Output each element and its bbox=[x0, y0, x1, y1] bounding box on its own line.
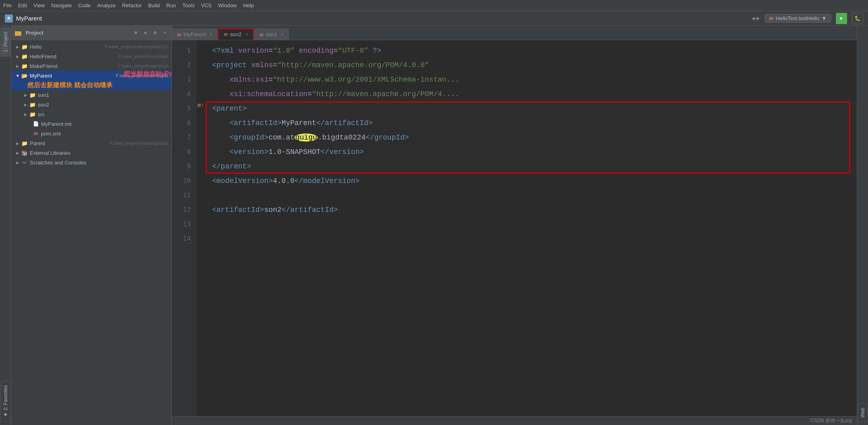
tab-son1[interactable]: m son1 × bbox=[254, 29, 289, 40]
folder-icon-src: 📁 bbox=[29, 111, 36, 118]
menu-navigate[interactable]: Navigate bbox=[51, 2, 71, 8]
menu-vcs[interactable]: VCS bbox=[201, 2, 212, 8]
folder-icon-hello: 📁 bbox=[21, 43, 28, 50]
project-panel: Project ⊕ ⇆ ⚙ — ▶ 📁 Hello F:\idea_projec… bbox=[11, 26, 172, 425]
tree-item-makefriend[interactable]: ▶ 📁 MakeFriend F:\idea_project\main\bigd… bbox=[11, 61, 172, 71]
menu-refactor[interactable]: Refactor bbox=[122, 2, 142, 8]
gutter: m↑ bbox=[196, 40, 206, 416]
annotation-myparent-2: 然后去新建模块 就会自动继承 bbox=[27, 80, 112, 90]
code-line-12: <artifactId>son2</artifactId> bbox=[206, 203, 857, 217]
code-line-8: <version>1.0-SNAPSHOT</version> bbox=[206, 145, 857, 159]
settings-icon[interactable]: ⚙ bbox=[151, 29, 159, 37]
menu-edit[interactable]: Edit bbox=[18, 2, 27, 8]
tab-close-son1[interactable]: × bbox=[281, 32, 284, 37]
tree-item-myparent[interactable]: ▼ 📂 MyParent F:\idea_project\main\bigda.… bbox=[11, 71, 172, 80]
code-line-13 bbox=[206, 217, 857, 232]
folder-icon-son1: 📁 bbox=[29, 91, 36, 99]
tree-item-src[interactable]: ▶ 📁 src bbox=[11, 109, 172, 119]
tree-label-extlibs: External Libraries bbox=[30, 150, 172, 156]
new-window-icon[interactable]: ⊕ bbox=[132, 29, 139, 37]
tree-label-scratches: Scratches and Consoles bbox=[30, 160, 172, 166]
tree-path-hellofriend: F:\idea_project\main\bigd... bbox=[118, 54, 172, 59]
debug-button[interactable]: 🐛 bbox=[852, 13, 863, 24]
project-panel-title: Project bbox=[26, 30, 130, 36]
menu-run[interactable]: Run bbox=[166, 2, 176, 8]
xml-icon-pom: m bbox=[32, 130, 39, 137]
tree-path-parent: F:\idea_project\main\bigdata0... bbox=[110, 141, 172, 146]
code-line-9: </parent> bbox=[206, 159, 857, 174]
tree-item-parent[interactable]: ▶ 📁 Parent F:\idea_project\main\bigdata0… bbox=[11, 138, 172, 148]
left-strip: 1: Project ★ 2: Favorites bbox=[0, 26, 11, 425]
project-panel-tab[interactable]: 1: Project bbox=[0, 27, 11, 57]
web-panel-tab[interactable]: Web bbox=[858, 403, 868, 422]
main-layout: 1: Project ★ 2: Favorites Project ⊕ ⇆ ⚙ … bbox=[0, 26, 868, 425]
tab-close-myparent[interactable]: × bbox=[210, 32, 212, 37]
tabs-bar: m MyParent × m son2 × m son1 × bbox=[172, 26, 857, 40]
library-icon: 📚 bbox=[21, 149, 28, 156]
gutter-marker-5[interactable]: m↑ bbox=[196, 98, 206, 113]
code-line-6: <artifactId>MyParent</artifactId> bbox=[206, 116, 857, 130]
tree-item-hellofriend[interactable]: ▶ 📁 HelloFriend F:\idea_project\main\big… bbox=[11, 51, 172, 61]
tab-icon-myparent: m bbox=[177, 32, 181, 37]
tree-item-son1[interactable]: ▶ 📁 son1 bbox=[11, 90, 172, 100]
code-line-5: <parent> bbox=[206, 101, 857, 116]
tree-label-src: src bbox=[38, 111, 172, 117]
expand-arrow-myparent: ▼ bbox=[14, 72, 21, 79]
run-config-dropdown[interactable]: ▼ bbox=[821, 15, 827, 21]
code-line-4: xsi:schemaLocation=“http://maven.apache.… bbox=[206, 87, 857, 101]
menu-help[interactable]: Help bbox=[243, 2, 254, 8]
project-folder-icon bbox=[14, 29, 22, 37]
tab-close-son2[interactable]: × bbox=[245, 32, 248, 37]
tree-label-hellofriend: HelloFriend bbox=[30, 53, 116, 60]
tree-label-son2: son2 bbox=[38, 102, 172, 108]
project-panel-header: Project ⊕ ⇆ ⚙ — bbox=[11, 26, 172, 40]
code-content[interactable]: <?xml version=“1.0” encoding=“UTF-8” ?> … bbox=[206, 40, 857, 416]
favorites-panel-tab[interactable]: ★ 2: Favorites bbox=[0, 381, 11, 422]
tree-label-hello: Hello bbox=[30, 44, 103, 50]
tree-label-myparent: MyParent bbox=[30, 73, 114, 79]
tree-item-myparent-iml[interactable]: ▶ 📄 MyParent.iml bbox=[11, 119, 172, 129]
menu-build[interactable]: Build bbox=[148, 2, 160, 8]
tree-path-hello: F:\idea_project\main\bigdata022... bbox=[105, 44, 172, 49]
expand-arrow-hellofriend: ▶ bbox=[14, 53, 21, 60]
code-line-7: <groupId>com.atguigu.bigdta0224</groupId… bbox=[206, 130, 857, 145]
menu-file[interactable]: File bbox=[3, 2, 12, 8]
code-editor[interactable]: 1 2 3 4 5 6 7 8 9 10 11 12 13 14 bbox=[172, 40, 857, 416]
menu-analyze[interactable]: Analyze bbox=[97, 2, 116, 8]
menu-view[interactable]: View bbox=[33, 2, 45, 8]
code-line-3: xmlns:xsi=“http://www.w3.org/2001/XMLSch… bbox=[206, 72, 857, 87]
tab-son2[interactable]: m son2 × bbox=[218, 29, 253, 40]
forward-arrow[interactable]: ▶ bbox=[756, 15, 760, 22]
tree-item-external-libs[interactable]: ▶ 📚 External Libraries bbox=[11, 148, 172, 158]
tree-item-pom-xml[interactable]: ▶ m pom.xml bbox=[11, 129, 172, 138]
menu-code[interactable]: Code bbox=[78, 2, 91, 8]
scratch-icon: ✏ bbox=[21, 159, 28, 166]
nav-arrows: ◀ ▶ bbox=[752, 15, 760, 22]
expand-arrow-src: ▶ bbox=[22, 111, 29, 117]
menu-tools[interactable]: Tools bbox=[182, 2, 194, 8]
iml-icon: 📄 bbox=[32, 120, 39, 127]
minimize-icon[interactable]: — bbox=[161, 29, 168, 37]
menu-window[interactable]: Window bbox=[218, 2, 237, 8]
tree-label-son1: son1 bbox=[38, 92, 172, 98]
sync-icon[interactable]: ⇆ bbox=[142, 29, 149, 37]
tab-label-son2: son2 bbox=[230, 31, 241, 37]
back-arrow[interactable]: ◀ bbox=[752, 15, 755, 22]
project-panel-icons: ⊕ ⇆ ⚙ — bbox=[132, 29, 168, 37]
folder-icon-parent: 📁 bbox=[21, 140, 28, 147]
right-strip: Web bbox=[857, 26, 868, 425]
title-bar-right: ◀ ▶ m HelloTest.testHello ▼ 🐛 bbox=[752, 13, 863, 24]
tab-myparent[interactable]: m MyParent × bbox=[172, 29, 217, 40]
run-button[interactable] bbox=[836, 13, 847, 24]
run-configuration[interactable]: m HelloTest.testHello ▼ bbox=[765, 14, 831, 23]
line-numbers: 1 2 3 4 5 6 7 8 9 10 11 12 13 14 bbox=[172, 40, 196, 416]
status-credit: CSDN @张一头zcy bbox=[810, 417, 852, 424]
tree-path-makefriend: F:\idea_project\main\bigd... bbox=[118, 64, 172, 68]
code-line-1: <?xml version=“1.0” encoding=“UTF-8” ?> bbox=[206, 43, 857, 58]
tree-item-son2[interactable]: ▶ 📁 son2 bbox=[11, 100, 172, 109]
tree-item-hello[interactable]: ▶ 📁 Hello F:\idea_project\main\bigdata02… bbox=[11, 42, 172, 51]
code-line-11 bbox=[206, 188, 857, 203]
title-bar: M MyParent ◀ ▶ m HelloTest.testHello ▼ 🐛 bbox=[0, 11, 868, 26]
expand-arrow-hello: ▶ bbox=[14, 43, 21, 50]
tree-item-scratches[interactable]: ▶ ✏ Scratches and Consoles bbox=[11, 158, 172, 167]
